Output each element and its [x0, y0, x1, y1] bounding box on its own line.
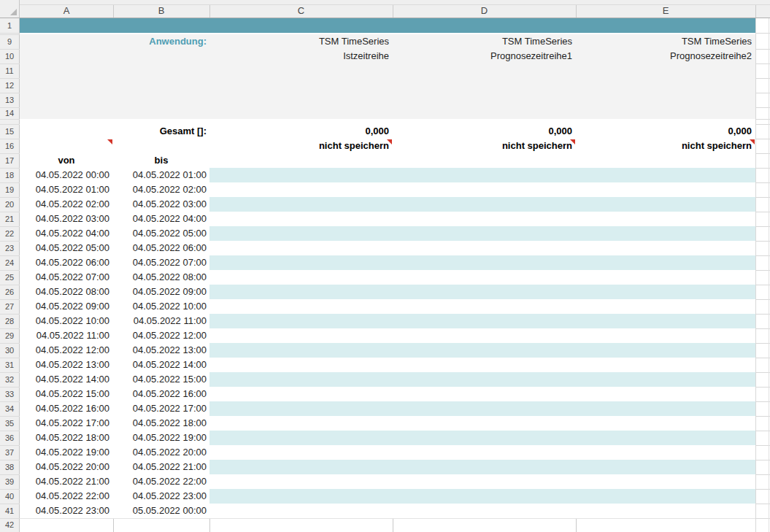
- date-cell-von[interactable]: 04.05.2022 06:00: [20, 255, 109, 270]
- date-cell-von[interactable]: 04.05.2022 02:00: [20, 197, 109, 212]
- row-header-42[interactable]: 42: [0, 518, 19, 532]
- date-cell-bis[interactable]: 04.05.2022 15:00: [113, 372, 207, 387]
- cell-bis-header[interactable]: bis: [113, 153, 209, 168]
- row-header-29[interactable]: 29: [0, 328, 19, 343]
- column-header-C[interactable]: C: [209, 4, 393, 18]
- cell-series-name[interactable]: Prognosezeitreihe1: [394, 49, 572, 63]
- date-cell-von[interactable]: 04.05.2022 09:00: [20, 299, 109, 314]
- cell-gesamt-label[interactable]: Gesamt []:: [115, 124, 207, 139]
- date-cell-bis[interactable]: 04.05.2022 05:00: [113, 226, 207, 241]
- date-cell-bis[interactable]: 04.05.2022 18:00: [113, 416, 207, 431]
- date-cell-bis[interactable]: 04.05.2022 14:00: [113, 358, 207, 372]
- column-headers[interactable]: ABCDE: [0, 0, 770, 18]
- row-header-19[interactable]: 19: [0, 182, 19, 197]
- column-header-A[interactable]: A: [20, 4, 113, 18]
- column-header-E[interactable]: E: [576, 4, 755, 18]
- row-header-31[interactable]: 31: [0, 358, 19, 372]
- date-cell-bis[interactable]: 04.05.2022 19:00: [113, 431, 207, 445]
- row-header-10[interactable]: 10: [0, 49, 19, 63]
- cell-von-header[interactable]: von: [20, 153, 113, 168]
- column-header-D[interactable]: D: [393, 4, 576, 18]
- date-cell-von[interactable]: 04.05.2022 07:00: [20, 270, 109, 285]
- date-cell-von[interactable]: 04.05.2022 15:00: [20, 387, 109, 401]
- row-header-18[interactable]: 18: [0, 168, 19, 182]
- date-cell-von[interactable]: 04.05.2022 18:00: [20, 431, 109, 445]
- row-header-15[interactable]: 15: [0, 124, 19, 139]
- date-cell-bis[interactable]: 04.05.2022 23:00: [113, 489, 207, 504]
- date-cell-bis[interactable]: 04.05.2022 10:00: [113, 299, 207, 314]
- cell-total-value[interactable]: 0,000: [211, 124, 389, 139]
- row-header-12[interactable]: 12: [0, 78, 19, 93]
- date-cell-bis[interactable]: 04.05.2022 07:00: [113, 255, 207, 270]
- cell-series-name[interactable]: Prognosezeitreihe2: [577, 49, 752, 63]
- row-header-34[interactable]: 34: [0, 401, 19, 416]
- row-header-27[interactable]: 27: [0, 299, 19, 314]
- cell-app-name[interactable]: TSM TimeSeries: [394, 34, 572, 49]
- date-cell-von[interactable]: 04.05.2022 03:00: [20, 212, 109, 226]
- select-all-corner[interactable]: [0, 0, 20, 18]
- row-header-38[interactable]: 38: [0, 460, 19, 474]
- date-cell-von[interactable]: 04.05.2022 22:00: [20, 489, 109, 504]
- row-header-23[interactable]: 23: [0, 241, 19, 255]
- cell-anwendung-label[interactable]: Anwendung:: [115, 34, 207, 49]
- date-cell-bis[interactable]: 04.05.2022 09:00: [113, 285, 207, 299]
- row-header-11[interactable]: 11: [0, 63, 19, 78]
- row-header-41[interactable]: 41: [0, 504, 19, 518]
- date-cell-von[interactable]: 04.05.2022 21:00: [20, 474, 109, 489]
- cell-note[interactable]: nicht speichern: [394, 139, 572, 153]
- cell-note[interactable]: nicht speichern: [577, 139, 752, 153]
- title-bar-row[interactable]: [20, 18, 755, 33]
- date-cell-bis[interactable]: 04.05.2022 22:00: [113, 474, 207, 489]
- date-cell-bis[interactable]: 04.05.2022 11:00: [113, 314, 207, 328]
- cell-total-value[interactable]: 0,000: [577, 124, 752, 139]
- date-cell-bis[interactable]: 04.05.2022 17:00: [113, 401, 207, 416]
- date-cell-bis[interactable]: 04.05.2022 08:00: [113, 270, 207, 285]
- row-header-24[interactable]: 24: [0, 255, 19, 270]
- column-header-B[interactable]: B: [113, 4, 209, 18]
- row-header-16[interactable]: 16: [0, 139, 19, 153]
- date-cell-von[interactable]: 04.05.2022 01:00: [20, 182, 109, 197]
- date-cell-von[interactable]: 04.05.2022 19:00: [20, 445, 109, 460]
- row-header-9[interactable]: 9: [0, 34, 19, 49]
- row-header-33[interactable]: 33: [0, 387, 19, 401]
- date-cell-von[interactable]: 04.05.2022 05:00: [20, 241, 109, 255]
- row-header-35[interactable]: 35: [0, 416, 19, 431]
- date-cell-bis[interactable]: 04.05.2022 06:00: [113, 241, 207, 255]
- row-header-22[interactable]: 22: [0, 226, 19, 241]
- cell-total-value[interactable]: 0,000: [394, 124, 572, 139]
- row-header-17[interactable]: 17: [0, 153, 19, 168]
- date-cell-bis[interactable]: 05.05.2022 00:00: [113, 504, 207, 518]
- row-header-36[interactable]: 36: [0, 431, 19, 445]
- cell-note[interactable]: nicht speichern: [211, 139, 389, 153]
- cell-app-name[interactable]: TSM TimeSeries: [577, 34, 752, 49]
- date-cell-von[interactable]: 04.05.2022 16:00: [20, 401, 109, 416]
- date-cell-von[interactable]: 04.05.2022 12:00: [20, 343, 109, 358]
- row-header-37[interactable]: 37: [0, 445, 19, 460]
- row-header-20[interactable]: 20: [0, 197, 19, 212]
- date-cell-bis[interactable]: 04.05.2022 13:00: [113, 343, 207, 358]
- date-cell-bis[interactable]: 04.05.2022 04:00: [113, 212, 207, 226]
- date-cell-von[interactable]: 04.05.2022 04:00: [20, 226, 109, 241]
- row-header-26[interactable]: 26: [0, 285, 19, 299]
- cell-series-name[interactable]: Istzeitreihe: [211, 49, 389, 63]
- row-header-39[interactable]: 39: [0, 474, 19, 489]
- row-header-40[interactable]: 40: [0, 489, 19, 504]
- row-header-21[interactable]: 21: [0, 212, 19, 226]
- row-header-32[interactable]: 32: [0, 372, 19, 387]
- date-cell-bis[interactable]: 04.05.2022 01:00: [113, 168, 207, 182]
- row-header-13[interactable]: 13: [0, 93, 19, 107]
- date-cell-bis[interactable]: 04.05.2022 12:00: [113, 328, 207, 343]
- sheet-grid[interactable]: Anwendung: Gesamt []: von bis TSM TimeSe…: [0, 0, 770, 532]
- date-cell-von[interactable]: 04.05.2022 13:00: [20, 358, 109, 372]
- date-cell-von[interactable]: 04.05.2022 00:00: [20, 168, 109, 182]
- date-cell-von[interactable]: 04.05.2022 20:00: [20, 460, 109, 474]
- date-cell-von[interactable]: 04.05.2022 17:00: [20, 416, 109, 431]
- row-headers[interactable]: 1910111213141516171819202122232425262728…: [0, 18, 20, 532]
- date-cell-bis[interactable]: 04.05.2022 16:00: [113, 387, 207, 401]
- row-header-30[interactable]: 30: [0, 343, 19, 358]
- cell-app-name[interactable]: TSM TimeSeries: [211, 34, 389, 49]
- date-cell-von[interactable]: 04.05.2022 23:00: [20, 504, 109, 518]
- date-cell-von[interactable]: 04.05.2022 14:00: [20, 372, 109, 387]
- date-cell-bis[interactable]: 04.05.2022 21:00: [113, 460, 207, 474]
- date-cell-bis[interactable]: 04.05.2022 20:00: [113, 445, 207, 460]
